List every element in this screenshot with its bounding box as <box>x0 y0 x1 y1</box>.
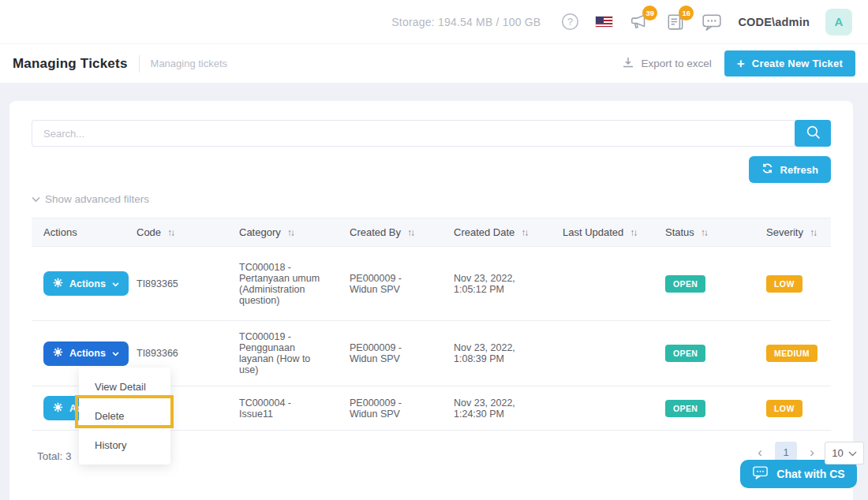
svg-text:?: ? <box>567 17 573 28</box>
cell-category: TC000018 - Pertanyaan umum (Administrati… <box>227 247 338 321</box>
announcements-count-badge: 39 <box>642 6 657 21</box>
plus-icon <box>737 57 745 70</box>
menu-item-view-detail[interactable]: View Detail <box>79 372 170 401</box>
chat-bubble-icon <box>752 465 769 483</box>
sort-icon[interactable] <box>810 227 816 238</box>
cell-last-updated <box>551 386 653 431</box>
search-input[interactable] <box>32 120 796 147</box>
col-header-created-date[interactable]: Created Date <box>442 218 551 247</box>
gear-icon <box>53 278 63 290</box>
chevron-down-icon <box>32 193 40 205</box>
col-header-code[interactable]: Code <box>125 218 227 247</box>
actions-button-active[interactable]: Actions <box>43 341 129 366</box>
sort-icon[interactable] <box>630 227 636 238</box>
refresh-button[interactable]: Refresh <box>749 156 831 183</box>
refresh-icon <box>761 162 773 177</box>
actions-dropdown-menu: View Detail Delete History <box>79 368 170 465</box>
titlebar: Managing Tickets Managing tickets Export… <box>0 43 868 83</box>
gear-icon <box>53 347 63 360</box>
search-button[interactable] <box>795 120 831 147</box>
create-new-ticket-button[interactable]: Create New Ticket <box>724 50 855 76</box>
sort-icon[interactable] <box>167 227 174 238</box>
col-header-category[interactable]: Category <box>227 218 338 247</box>
sort-icon[interactable] <box>287 227 294 238</box>
sort-icon[interactable] <box>521 227 527 238</box>
severity-badge: LOW <box>766 275 803 293</box>
cell-code: TI893365 <box>125 247 227 321</box>
cell-created-by: PE000009 - Widun SPV <box>338 247 442 321</box>
show-advanced-filters-toggle[interactable]: Show advanced filters <box>32 193 149 205</box>
actions-button[interactable]: Actions <box>43 271 129 296</box>
col-header-last-updated[interactable]: Last Updated <box>551 218 653 247</box>
chevron-down-icon <box>112 278 119 289</box>
help-icon[interactable]: ? <box>561 13 579 31</box>
page-title: Managing Tickets <box>13 56 128 72</box>
news-count-badge: 16 <box>679 6 694 21</box>
severity-badge: MEDIUM <box>766 345 817 362</box>
export-to-excel-button[interactable]: Export to excel <box>622 56 711 71</box>
severity-badge: LOW <box>766 400 803 417</box>
cell-last-updated <box>551 247 653 321</box>
chevron-down-icon <box>112 348 119 359</box>
table-row: Actions TI893365 TC000018 - Pertanyaan u… <box>32 247 831 321</box>
cell-created-by: PE000009 - Widun SPV <box>338 386 442 431</box>
cell-created-date: Nov 23, 2022, 1:05:12 PM <box>442 247 551 321</box>
cell-created-date: Nov 23, 2022, 1:24:30 PM <box>442 386 551 431</box>
sort-icon[interactable] <box>701 227 707 238</box>
username[interactable]: CODE\admin <box>738 16 810 28</box>
col-header-severity[interactable]: Severity <box>754 218 831 247</box>
top-header: Storage: 194.54 MB / 100 GB ? 39 16 CODE… <box>0 0 868 43</box>
divider <box>139 55 140 73</box>
total-count: Total: 3 <box>37 450 72 462</box>
col-header-status[interactable]: Status <box>653 218 754 247</box>
page-size-select[interactable]: 10 <box>825 442 864 465</box>
status-badge: OPEN <box>665 345 705 362</box>
table-header-row: Actions Code Category Created By Created… <box>32 218 831 247</box>
avatar[interactable]: A <box>825 9 852 35</box>
status-badge: OPEN <box>665 400 705 417</box>
cell-category: TC000019 - Penggunaan layanan (How to us… <box>227 321 338 386</box>
chat-messages-icon[interactable] <box>702 13 722 32</box>
cell-created-by: PE000009 - Widun SPV <box>338 321 442 386</box>
search-icon <box>806 125 821 142</box>
status-badge: OPEN <box>665 275 705 293</box>
storage-usage: Storage: 194.54 MB / 100 GB <box>391 16 541 28</box>
download-icon <box>622 56 634 71</box>
sort-icon[interactable] <box>407 227 413 238</box>
cell-category: TC000004 - Issue11 <box>227 386 338 431</box>
col-header-actions: Actions <box>32 218 125 247</box>
col-header-created-by[interactable]: Created By <box>338 218 442 247</box>
chevron-down-icon <box>848 447 857 459</box>
menu-item-delete[interactable]: Delete <box>79 401 170 431</box>
cell-created-date: Nov 23, 2022, 1:08:39 PM <box>442 321 551 386</box>
breadcrumb: Managing tickets <box>151 58 228 69</box>
cell-last-updated <box>551 321 653 386</box>
menu-item-history[interactable]: History <box>79 431 170 460</box>
language-flag-icon[interactable] <box>595 16 613 28</box>
news-icon[interactable]: 16 <box>665 12 686 32</box>
gear-icon <box>53 402 63 415</box>
announcements-icon[interactable]: 39 <box>629 12 649 32</box>
